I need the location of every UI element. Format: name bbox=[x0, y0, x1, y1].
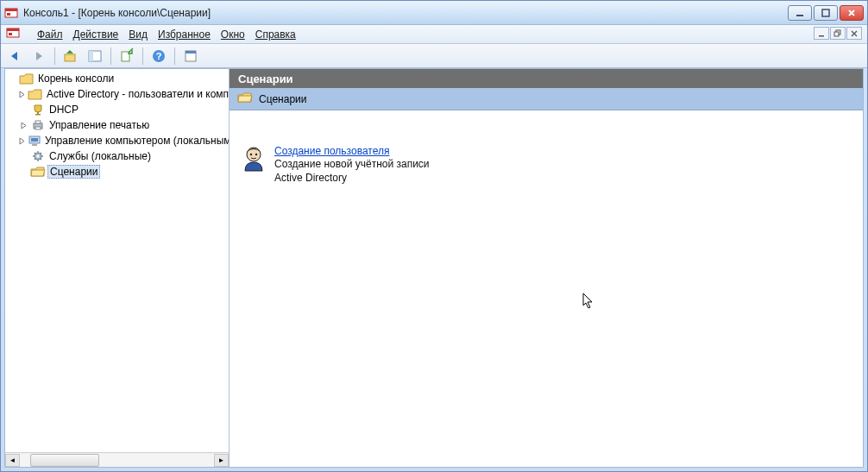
mdi-controls bbox=[814, 27, 862, 40]
tree[interactable]: Корень консоли Active Directory - пользо… bbox=[5, 69, 229, 452]
menu-view[interactable]: Вид bbox=[129, 28, 148, 41]
create-user-link[interactable]: Создание пользователя bbox=[274, 145, 389, 157]
tree-item-ad[interactable]: Active Directory - пользователи и компью… bbox=[5, 86, 229, 102]
toolbar-separator-4 bbox=[174, 47, 175, 65]
window-controls bbox=[788, 5, 864, 21]
svg-rect-10 bbox=[834, 32, 839, 36]
show-hide-tree-button[interactable] bbox=[85, 46, 105, 66]
mdi-minimize-button[interactable] bbox=[814, 27, 829, 40]
collapse-icon[interactable] bbox=[7, 73, 17, 84]
minimize-button[interactable] bbox=[788, 5, 812, 21]
folder-open-icon bbox=[20, 72, 34, 85]
close-button[interactable] bbox=[840, 5, 864, 21]
tree-label: Корень консоли bbox=[36, 72, 116, 85]
gear-icon bbox=[31, 149, 45, 163]
svg-rect-8 bbox=[819, 35, 824, 37]
printer-icon bbox=[31, 118, 45, 132]
mmc-doc-icon bbox=[6, 26, 20, 42]
mdi-close-button[interactable] bbox=[846, 27, 862, 40]
properties-button[interactable] bbox=[180, 46, 201, 66]
toolbar-separator-3 bbox=[142, 47, 143, 65]
folder-open-icon bbox=[31, 165, 45, 179]
svg-rect-3 bbox=[796, 15, 803, 16]
task-item: Создание пользователя Создание новой учё… bbox=[240, 145, 863, 185]
tree-label: Сценарии bbox=[47, 165, 100, 179]
menubar: Файл Действие Вид Избранное Окно Справка bbox=[1, 25, 867, 44]
svg-rect-19 bbox=[37, 112, 39, 114]
expand-icon[interactable] bbox=[18, 89, 26, 99]
expand-icon[interactable] bbox=[18, 120, 28, 130]
svg-rect-25 bbox=[31, 138, 38, 142]
mmc-icon bbox=[4, 6, 18, 20]
menu-file[interactable]: Файл bbox=[37, 28, 63, 41]
tree-item-services[interactable]: Службы (локальные) bbox=[5, 148, 229, 164]
maximize-button[interactable] bbox=[814, 5, 838, 21]
svg-rect-2 bbox=[7, 13, 10, 16]
tree-label: Active Directory - пользователи и компью… bbox=[45, 88, 229, 100]
task-text: Создание пользователя Создание новой учё… bbox=[274, 145, 430, 185]
svg-text:?: ? bbox=[156, 51, 162, 61]
help-button[interactable]: ? bbox=[148, 46, 169, 66]
tree-label: Управление печатью bbox=[47, 119, 151, 131]
body-area: Корень консоли Active Directory - пользо… bbox=[4, 68, 864, 468]
cursor-icon bbox=[582, 293, 594, 313]
tree-item-scenarios[interactable]: Сценарии bbox=[5, 164, 229, 179]
svg-rect-11 bbox=[65, 54, 75, 61]
folder-icon bbox=[28, 87, 42, 101]
svg-rect-13 bbox=[89, 51, 93, 61]
content-body: Создание пользователя Создание новой учё… bbox=[230, 110, 863, 467]
tree-label: Службы (локальные) bbox=[47, 150, 153, 162]
svg-rect-6 bbox=[7, 28, 19, 31]
svg-rect-1 bbox=[5, 9, 17, 11]
tree-item-compmgmt[interactable]: Управление компьютером (локальным) bbox=[5, 133, 229, 148]
tree-item-dhcp[interactable]: DHCP bbox=[5, 102, 229, 117]
trophy-icon bbox=[31, 103, 45, 116]
svg-rect-20 bbox=[35, 114, 41, 116]
tree-root[interactable]: Корень консоли bbox=[5, 71, 229, 86]
svg-point-31 bbox=[255, 154, 257, 155]
menu-help[interactable]: Справка bbox=[255, 28, 296, 41]
main-window: Консоль1 - [Корень консоли\Сценарии] Фай… bbox=[0, 0, 868, 472]
svg-rect-18 bbox=[186, 51, 196, 53]
content-header-text: Сценарии bbox=[238, 72, 293, 85]
svg-rect-23 bbox=[35, 127, 41, 129]
menu-favorites[interactable]: Избранное bbox=[158, 28, 211, 41]
menu-action[interactable]: Действие bbox=[73, 28, 119, 41]
menu-window[interactable]: Окно bbox=[221, 28, 245, 41]
svg-rect-7 bbox=[9, 33, 12, 35]
task-description-1: Создание новой учётной записи bbox=[274, 157, 430, 171]
svg-rect-22 bbox=[35, 121, 41, 123]
svg-rect-4 bbox=[822, 9, 829, 16]
back-button[interactable] bbox=[4, 46, 25, 66]
content-subheader[interactable]: Сценарии bbox=[230, 88, 863, 110]
expand-icon[interactable] bbox=[18, 135, 26, 146]
content-header: Сценарии bbox=[230, 69, 863, 88]
titlebar[interactable]: Консоль1 - [Корень консоли\Сценарии] bbox=[1, 1, 867, 25]
tree-panel: Корень консоли Active Directory - пользо… bbox=[5, 69, 230, 467]
content-subheader-text: Сценарии bbox=[259, 93, 306, 105]
tree-item-print[interactable]: Управление печатью bbox=[5, 117, 229, 133]
svg-point-30 bbox=[250, 154, 252, 155]
content-panel: Сценарии Сценарии bbox=[230, 69, 863, 467]
forward-button[interactable] bbox=[28, 46, 49, 66]
scroll-left-button[interactable]: ◄ bbox=[5, 454, 20, 467]
scroll-right-button[interactable]: ► bbox=[214, 454, 229, 467]
mdi-restore-button[interactable] bbox=[830, 27, 846, 40]
toolbar-separator-2 bbox=[110, 47, 111, 65]
svg-point-28 bbox=[37, 155, 40, 158]
tree-label: DHCP bbox=[47, 104, 80, 116]
svg-rect-26 bbox=[32, 144, 37, 146]
toolbar-separator bbox=[54, 47, 55, 65]
svg-point-29 bbox=[247, 148, 261, 161]
horizontal-scrollbar[interactable]: ◄ ► bbox=[5, 452, 229, 467]
toolbar: ? bbox=[1, 44, 867, 68]
folder-open-icon bbox=[238, 92, 252, 106]
task-description-2: Active Directory bbox=[274, 171, 430, 185]
user-icon bbox=[240, 145, 267, 173]
scroll-thumb[interactable] bbox=[30, 454, 99, 467]
window-title: Консоль1 - [Корень консоли\Сценарии] bbox=[23, 7, 788, 19]
export-button[interactable] bbox=[116, 46, 137, 66]
up-button[interactable] bbox=[60, 46, 81, 66]
computer-icon bbox=[28, 134, 41, 148]
scroll-track[interactable] bbox=[20, 454, 214, 467]
